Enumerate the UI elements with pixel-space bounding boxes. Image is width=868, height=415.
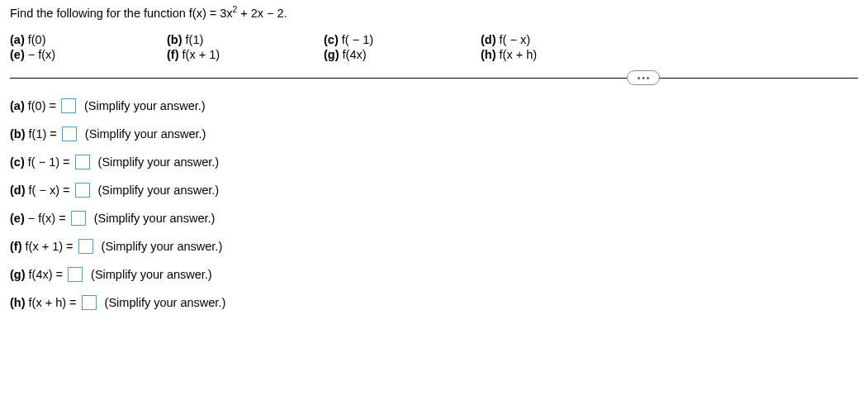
part-expr: f( − x) [500, 33, 530, 46]
part-expr: f(1) [186, 33, 204, 46]
answer-input-h[interactable] [82, 295, 97, 310]
answer-row-f: (f) f(x + 1) = (Simplify your answer.) [10, 239, 858, 254]
answer-input-g[interactable] [68, 267, 83, 282]
parts-grid: (a) f(0) (e) − f(x) (b) f(1) (f) f(x + 1… [10, 33, 858, 63]
answer-label: (e) − f(x) = [10, 212, 66, 225]
part-item: (c) f( − 1) [324, 33, 481, 46]
answer-input-c[interactable] [75, 155, 90, 169]
answer-row-e: (e) − f(x) = (Simplify your answer.) [10, 211, 858, 226]
problem-instruction: Find the following for the function f(x)… [10, 7, 858, 20]
part-expr: f(x + 1) [183, 48, 221, 61]
answer-lhs: f( − 1) = [28, 155, 70, 169]
answer-tag: (c) [10, 155, 25, 169]
part-tag: (d) [481, 33, 496, 46]
part-item: (d) f( − x) [481, 33, 638, 46]
parts-column: (d) f( − x) (h) f(x + h) [481, 33, 638, 63]
parts-column: (c) f( − 1) (g) f(4x) [324, 33, 481, 63]
section-divider: ••• [10, 78, 858, 79]
answer-lhs: f(0) = [28, 99, 56, 112]
answer-tag: (b) [10, 127, 26, 141]
answer-input-e[interactable] [71, 211, 86, 226]
part-expr: f(x + h) [500, 48, 538, 61]
answer-tag: (a) [10, 99, 25, 112]
answer-row-h: (h) f(x + h) = (Simplify your answer.) [10, 295, 858, 310]
answer-label: (c) f( − 1) = [10, 155, 70, 169]
more-icon: ••• [638, 74, 652, 83]
answer-row-g: (g) f(4x) = (Simplify your answer.) [10, 267, 858, 282]
answer-lhs: − f(x) = [25, 212, 66, 225]
parts-column: (a) f(0) (e) − f(x) [10, 33, 167, 63]
answer-row-d: (d) f( − x) = (Simplify your answer.) [10, 183, 858, 198]
answer-lhs: f(4x) = [29, 268, 64, 281]
answer-tag: (d) [10, 184, 26, 197]
part-expr: f(4x) [343, 48, 367, 61]
answer-row-c: (c) f( − 1) = (Simplify your answer.) [10, 155, 858, 169]
answer-lhs: f(1) = [29, 127, 57, 141]
part-item: (g) f(4x) [324, 48, 481, 61]
instruction-text-suffix: + 2x − 2. [237, 7, 287, 20]
answer-hint: (Simplify your answer.) [84, 99, 206, 112]
part-expr: − f(x) [25, 48, 55, 61]
part-expr: f(0) [28, 33, 46, 46]
answer-list: (a) f(0) = (Simplify your answer.) (b) f… [10, 98, 858, 310]
answer-row-a: (a) f(0) = (Simplify your answer.) [10, 98, 858, 113]
answer-label: (a) f(0) = [10, 99, 56, 112]
answer-input-a[interactable] [61, 98, 76, 113]
answer-tag: (e) [10, 212, 25, 225]
divider-line [10, 78, 858, 79]
answer-hint: (Simplify your answer.) [102, 240, 223, 253]
parts-column: (b) f(1) (f) f(x + 1) [167, 33, 324, 63]
answer-lhs: f(x + 1) = [26, 240, 74, 253]
part-tag: (b) [167, 33, 183, 46]
more-button[interactable]: ••• [627, 70, 660, 85]
answer-label: (d) f( − x) = [10, 184, 70, 197]
part-tag: (g) [324, 48, 339, 61]
answer-input-b[interactable] [62, 126, 77, 141]
part-tag: (f) [167, 48, 179, 61]
instruction-text-prefix: Find the following for the function f(x)… [10, 7, 233, 20]
part-tag: (c) [324, 33, 339, 46]
part-item: (h) f(x + h) [481, 48, 638, 61]
answer-label: (h) f(x + h) = [10, 296, 77, 309]
answer-tag: (g) [10, 268, 26, 281]
part-item: (a) f(0) [10, 33, 167, 46]
answer-tag: (h) [10, 296, 26, 309]
answer-label: (b) f(1) = [10, 127, 57, 141]
answer-label: (f) f(x + 1) = [10, 240, 74, 253]
answer-hint: (Simplify your answer.) [98, 184, 220, 197]
answer-row-b: (b) f(1) = (Simplify your answer.) [10, 126, 858, 141]
answer-label: (g) f(4x) = [10, 268, 63, 281]
part-tag: (a) [10, 33, 25, 46]
part-item: (b) f(1) [167, 33, 324, 46]
answer-input-f[interactable] [78, 239, 93, 254]
part-item: (e) − f(x) [10, 48, 167, 61]
answer-input-d[interactable] [75, 183, 90, 198]
answer-lhs: f( − x) = [29, 184, 70, 197]
part-tag: (h) [481, 48, 496, 61]
answer-hint: (Simplify your answer.) [105, 296, 226, 309]
answer-lhs: f(x + h) = [29, 296, 77, 309]
part-expr: f( − 1) [342, 33, 373, 46]
part-item: (f) f(x + 1) [167, 48, 324, 61]
answer-hint: (Simplify your answer.) [98, 155, 220, 169]
part-tag: (e) [10, 48, 25, 61]
answer-hint: (Simplify your answer.) [91, 268, 212, 281]
answer-tag: (f) [10, 240, 22, 253]
answer-hint: (Simplify your answer.) [94, 212, 216, 225]
answer-hint: (Simplify your answer.) [85, 127, 206, 141]
